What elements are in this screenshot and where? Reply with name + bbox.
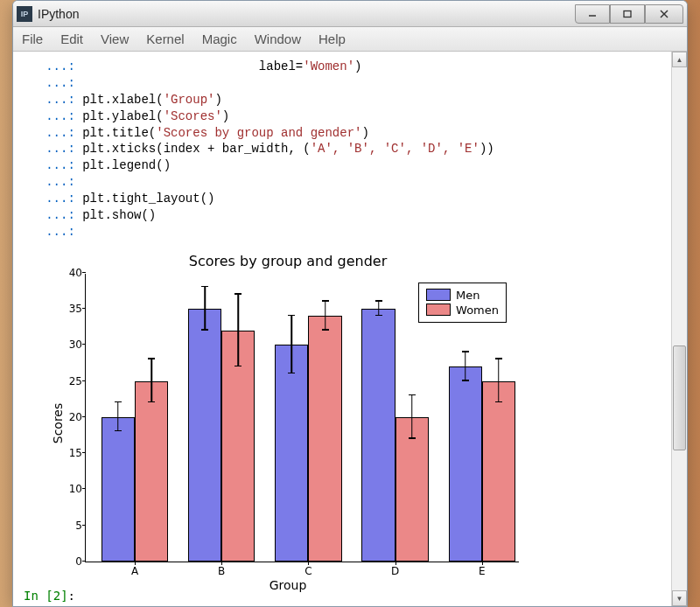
- ytick-label: 20: [69, 411, 82, 423]
- bar-women-A: [135, 381, 168, 562]
- ytick-label: 25: [69, 375, 82, 387]
- code-output: ...: label='Women') ...: ...: plt.xlabel…: [24, 59, 661, 241]
- ipython-window: IP IPython File Edit View Kernel Magic W…: [12, 0, 688, 607]
- chart-title: Scores by group and gender: [34, 253, 542, 269]
- titlebar[interactable]: IP IPython: [13, 1, 687, 27]
- xtick-label: B: [218, 565, 225, 577]
- chart-ylabel: Scores: [51, 403, 65, 444]
- vertical-scrollbar[interactable]: ▲ ▼: [671, 52, 687, 606]
- app-icon: IP: [17, 6, 32, 22]
- maximize-button[interactable]: [610, 4, 645, 24]
- xtick-label: D: [391, 565, 399, 577]
- xtick-label: E: [479, 565, 486, 577]
- scroll-track[interactable]: [672, 67, 687, 590]
- chart-legend: Men Women: [418, 283, 507, 323]
- console-area[interactable]: ...: label='Women') ...: ...: plt.xlabel…: [13, 52, 671, 606]
- bar-men-C: [275, 345, 308, 562]
- menu-magic[interactable]: Magic: [202, 31, 237, 46]
- legend-swatch-women: [426, 304, 451, 316]
- svg-rect-1: [624, 10, 631, 17]
- ytick-label: 10: [69, 483, 82, 495]
- ytick-label: 35: [69, 303, 82, 315]
- menubar: File Edit View Kernel Magic Window Help: [13, 27, 687, 52]
- bar-women-D: [396, 417, 429, 562]
- legend-swatch-men: [426, 289, 451, 301]
- scroll-down-button[interactable]: ▼: [672, 590, 687, 606]
- legend-label-men: Men: [456, 289, 480, 302]
- ytick-label: 15: [69, 447, 82, 459]
- close-button[interactable]: [645, 4, 683, 24]
- chart: Scores by group and gender Scores Group …: [34, 253, 542, 594]
- xtick-label: C: [304, 565, 312, 577]
- window-controls: [575, 4, 683, 24]
- menu-file[interactable]: File: [22, 31, 43, 46]
- bar-women-E: [482, 381, 515, 562]
- bar-men-D: [361, 309, 395, 562]
- ytick-label: 30: [69, 338, 82, 351]
- content-area: ...: label='Women') ...: ...: plt.xlabel…: [13, 52, 687, 606]
- in-label: In: [24, 589, 46, 603]
- legend-item-men: Men: [426, 289, 499, 302]
- ytick-label: 0: [75, 555, 82, 568]
- input-prompt[interactable]: In [2]:: [24, 589, 75, 603]
- ytick-label: 40: [69, 267, 82, 279]
- scroll-thumb[interactable]: [673, 345, 686, 450]
- menu-window[interactable]: Window: [255, 31, 301, 46]
- minimize-button[interactable]: [575, 4, 610, 24]
- bar-women-C: [308, 316, 341, 562]
- ytick-label: 5: [75, 520, 82, 532]
- xtick-label: A: [131, 565, 138, 577]
- bar-men-A: [102, 417, 135, 562]
- in-colon: :: [68, 589, 75, 603]
- menu-edit[interactable]: Edit: [60, 31, 83, 46]
- scroll-up-button[interactable]: ▲: [672, 52, 687, 67]
- menu-view[interactable]: View: [101, 31, 129, 46]
- legend-label-women: Women: [456, 304, 499, 317]
- chart-xlabel: Group: [34, 578, 542, 592]
- bar-men-E: [449, 366, 482, 562]
- window-title: IPython: [38, 7, 575, 21]
- menu-help[interactable]: Help: [318, 31, 346, 46]
- menu-kernel[interactable]: Kernel: [146, 31, 184, 46]
- in-num: [2]: [46, 589, 67, 603]
- bar-men-B: [188, 309, 221, 562]
- plot-area: Men Women 0510152025303540ABCDE: [85, 274, 519, 562]
- legend-item-women: Women: [426, 304, 499, 317]
